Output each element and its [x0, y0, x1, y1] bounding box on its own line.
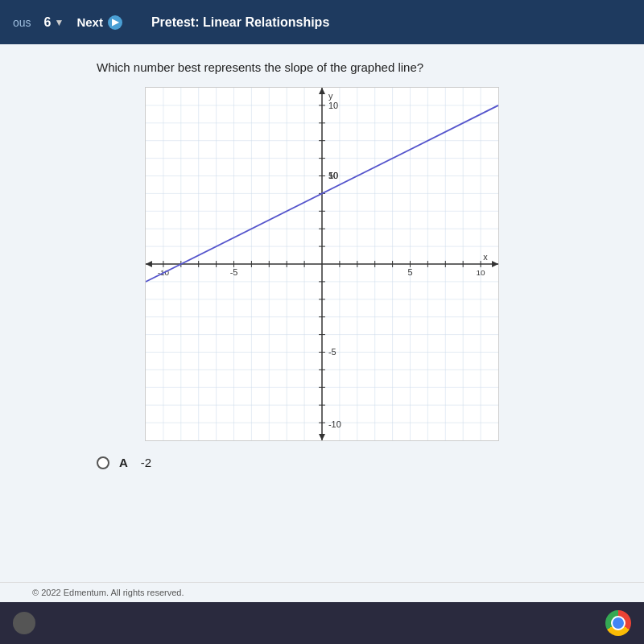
y-axis-label-neg5: -5 — [328, 347, 336, 357]
next-arrow-icon: ▶ — [108, 15, 122, 30]
next-label: Next — [76, 15, 103, 29]
previous-label[interactable]: ous — [13, 16, 31, 29]
footer: © 2022 Edmentum. All rights reserved. — [0, 582, 644, 602]
y-axis-label-5: 5 — [328, 171, 333, 180]
question-number-display[interactable]: 6 ▼ — [44, 15, 64, 30]
taskbar — [0, 602, 644, 644]
page-title: Pretest: Linear Relationships — [151, 15, 329, 30]
answer-options: A -2 — [97, 456, 547, 469]
taskbar-circle-icon[interactable] — [13, 612, 35, 634]
x-label-pos5: 5 — [407, 267, 412, 277]
question-text: Which number best represents the slope o… — [97, 60, 547, 74]
graph-container: x -5 5 -10 10 y 10 10 10 5 -5 -10 — [145, 87, 499, 441]
y-axis-label-neg10: -10 — [328, 419, 341, 429]
x-label-pos10: 10 — [477, 268, 486, 277]
svg-marker-40 — [319, 88, 325, 94]
answer-option-a[interactable]: A -2 — [97, 456, 547, 469]
svg-marker-41 — [319, 434, 325, 440]
content-area: Which number best represents the slope o… — [0, 44, 644, 582]
x-label-pos: x — [483, 252, 488, 262]
chevron-down-icon: ▼ — [54, 17, 64, 28]
option-a-value: -2 — [141, 456, 151, 469]
copyright-text: © 2022 Edmentum. All rights reserved. — [32, 588, 184, 597]
chrome-browser-icon[interactable] — [605, 610, 631, 636]
y-label-pos: y — [328, 91, 333, 101]
x-label-neg5: -5 — [230, 267, 238, 277]
svg-marker-39 — [146, 261, 152, 267]
option-a-label: A — [119, 456, 128, 469]
svg-marker-38 — [492, 261, 498, 267]
next-button[interactable]: Next ▶ — [76, 15, 122, 30]
question-number: 6 — [44, 15, 52, 30]
top-navigation-bar: ous 6 ▼ Next ▶ Pretest: Linear Relations… — [0, 0, 644, 44]
radio-button-a[interactable] — [97, 456, 109, 469]
coordinate-graph: x -5 5 -10 10 y 10 10 10 5 -5 -10 — [146, 88, 498, 440]
y-axis-label-10: 10 — [328, 101, 338, 110]
